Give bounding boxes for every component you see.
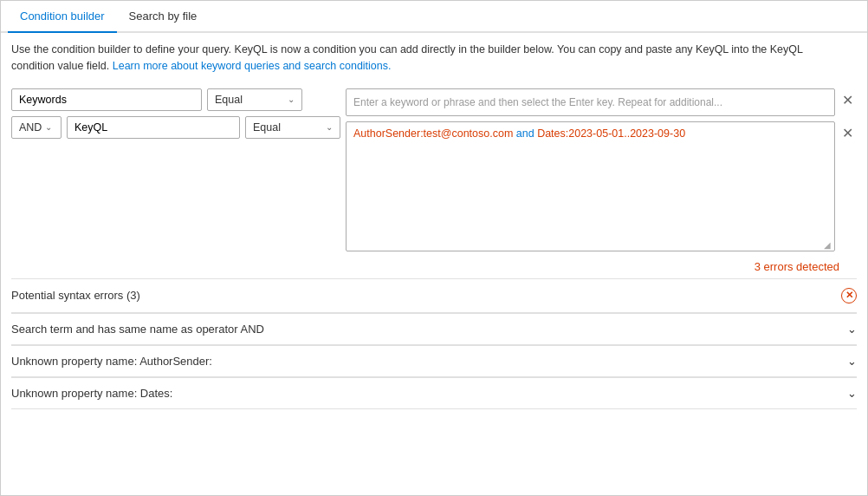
tab-condition-builder-label: Condition builder	[20, 10, 105, 23]
tab-condition-builder[interactable]: Condition builder	[8, 1, 117, 31]
chevron-down-icon-error1: ⌄	[847, 323, 857, 336]
row2-value-row: AuthorSender:test@contoso.com and Dates:…	[346, 121, 857, 251]
connector-dropdown[interactable]: AND ⌄	[11, 116, 62, 139]
keywords-value-input[interactable]: Enter a keyword or phrase and then selec…	[346, 88, 835, 116]
chevron-down-icon-connector: ⌄	[45, 122, 52, 132]
equal-label-row1: Equal	[215, 94, 243, 106]
tabs-bar: Condition builder Search by file	[1, 1, 867, 33]
syntax-errors-header[interactable]: Potential syntax errors (3) ✕	[11, 279, 857, 312]
condition-row-2: AND ⌄ Equal ⌄	[11, 116, 340, 139]
keyql-value-textarea[interactable]: AuthorSender:test@contoso.com and Dates:…	[346, 121, 835, 251]
keyql-field-input[interactable]	[67, 116, 240, 139]
keywords-field-input[interactable]	[11, 88, 202, 111]
error-area: 3 errors detected Potential syntax error…	[1, 255, 867, 409]
condition-builder-area: Equal ⌄ AND ⌄ Equal ⌄	[1, 82, 867, 255]
error-item-1[interactable]: Search term and has same name as operato…	[11, 313, 857, 344]
description-area: Use the condition builder to define your…	[1, 33, 850, 82]
chevron-down-icon-row1: ⌄	[288, 95, 295, 104]
equal-label-row2: Equal	[253, 121, 281, 134]
syntax-section-label: Potential syntax errors (3)	[11, 289, 140, 302]
error-count-display: 3 errors detected	[11, 255, 857, 278]
equal-operator-row1[interactable]: Equal ⌄	[207, 88, 302, 111]
condition-row-1: Equal ⌄	[11, 88, 340, 111]
error-item-2-label: Unknown property name: AuthorSender:	[11, 355, 212, 368]
keywords-placeholder: Enter a keyword or phrase and then selec…	[353, 96, 722, 108]
row2-close-button[interactable]: ✕	[839, 123, 857, 144]
error-item-2[interactable]: Unknown property name: AuthorSender: ⌄	[11, 345, 857, 376]
right-value-section: Enter a keyword or phrase and then selec…	[346, 88, 857, 251]
chevron-down-icon-error2: ⌄	[847, 355, 857, 368]
error-circle-icon: ✕	[841, 288, 857, 303]
keyql-dates: Dates:2023-05-01..2023-09-30	[537, 127, 685, 140]
error-item-3[interactable]: Unknown property name: Dates: ⌄	[11, 377, 857, 408]
chevron-down-icon-error3: ⌄	[847, 387, 857, 400]
error-count-text: 3 errors detected	[755, 260, 839, 273]
learn-more-link[interactable]: Learn more about keyword queries and sea…	[113, 60, 392, 72]
resize-handle[interactable]: ◢	[824, 240, 832, 249]
connector-value-label: AND	[19, 121, 42, 134]
tab-search-by-file[interactable]: Search by file	[117, 1, 210, 31]
error-item-3-label: Unknown property name: Dates:	[11, 387, 172, 400]
left-condition-columns: Equal ⌄ AND ⌄ Equal ⌄	[11, 88, 340, 139]
row1-value-row: Enter a keyword or phrase and then selec…	[346, 88, 857, 116]
chevron-down-icon-row2: ⌄	[326, 122, 333, 132]
keyql-author-sender: AuthorSender:test@contoso.com	[353, 127, 513, 140]
divider-error3	[11, 408, 857, 409]
row1-close-button[interactable]: ✕	[839, 90, 857, 111]
error-item-1-label: Search term and has same name as operato…	[11, 323, 264, 336]
tab-search-by-file-label: Search by file	[129, 10, 198, 23]
keyql-and-connector: and	[513, 127, 537, 140]
equal-operator-row2[interactable]: Equal ⌄	[245, 116, 340, 139]
